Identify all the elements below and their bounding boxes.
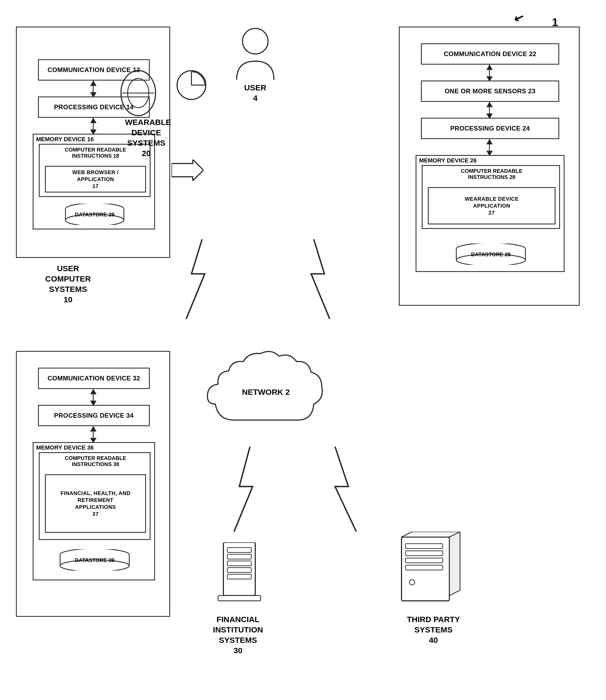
svg-text:NETWORK 2: NETWORK 2 xyxy=(242,388,290,396)
network-cloud: NETWORK 2 xyxy=(202,346,330,448)
wearable-app-27-box: WEARABLE DEVICEAPPLICATION27 xyxy=(428,187,556,225)
processing-device-34-label: PROCESSING DEVICE 34 xyxy=(54,411,134,420)
third-party-server xyxy=(396,532,465,612)
fig-arrow: ↗ xyxy=(512,10,526,27)
svg-marker-38 xyxy=(171,160,204,181)
processing-device-34-box: PROCESSING DEVICE 34 xyxy=(38,405,150,426)
user-label: USER 4 xyxy=(237,83,274,103)
third-party-systems-label: THIRD PARTYSYSTEMS 40 xyxy=(394,614,473,645)
svg-text:DATASTORE 39: DATASTORE 39 xyxy=(75,557,115,563)
cri-28-label: COMPUTER READABLEINSTRUCTIONS 28 xyxy=(425,168,558,180)
processing-device-24-label: PROCESSING DEVICE 24 xyxy=(450,124,530,133)
memory-device-26-label: MEMORY DEVICE 26 xyxy=(419,157,476,164)
web-browser-17-label: WEB BROWSER /APPLICATION17 xyxy=(72,169,119,190)
arrow-ucs-to-wds xyxy=(171,160,204,182)
diagram: 1 ↗ COMMUNICATION DEVICE 12 PROCESSING D… xyxy=(0,0,606,700)
fin-app-37-label: FINANCIAL, HEALTH, ANDRETIREMENTAPPLICAT… xyxy=(60,490,130,517)
arrow-w3-up xyxy=(486,139,493,144)
bolt-ucs-network xyxy=(170,239,224,320)
financial-institution-server xyxy=(213,542,266,612)
wearable-device-icon xyxy=(117,69,160,118)
bolt-wds-network xyxy=(293,239,346,320)
comm-device-22-box: COMMUNICATION DEVICE 22 xyxy=(421,43,559,65)
sensors-23-label: ONE OR MORE SENSORS 23 xyxy=(445,87,536,95)
financial-institution-label: FINANCIALINSTITUTIONSYSTEMS 30 xyxy=(197,614,279,656)
datastore-29-ucs: DATASTORE 29 xyxy=(60,204,129,226)
sensors-23-box: ONE OR MORE SENSORS 23 xyxy=(421,80,559,102)
memory-device-36-outer: MEMORY DEVICE 36 COMPUTER READABLEINSTRU… xyxy=(33,442,155,580)
comm-device-32-label: COMMUNICATION DEVICE 32 xyxy=(48,374,140,382)
bolt-network-tp xyxy=(314,447,383,533)
svg-marker-32 xyxy=(401,532,460,537)
svg-marker-31 xyxy=(449,532,460,596)
wearable-clock-icon xyxy=(176,69,207,102)
user-icon xyxy=(234,27,277,81)
memory-device-36-label: MEMORY DEVICE 36 xyxy=(36,444,94,451)
fin-app-37-box: FINANCIAL, HEALTH, ANDRETIREMENTAPPLICAT… xyxy=(45,474,146,533)
svg-text:DATASTORE 29: DATASTORE 29 xyxy=(471,252,511,257)
cri-28-outer: COMPUTER READABLEINSTRUCTIONS 28 WEARABL… xyxy=(422,165,560,229)
arrow-head-2u xyxy=(90,118,96,123)
svg-rect-29 xyxy=(218,596,261,601)
svg-rect-30 xyxy=(401,537,449,601)
bolt-network-fi xyxy=(218,447,271,533)
svg-rect-23 xyxy=(224,542,255,596)
financial-institution-box: COMMUNICATION DEVICE 32 PROCESSING DEVIC… xyxy=(16,351,170,617)
user-computer-systems-label: USERCOMPUTERSYSTEMS 10 xyxy=(45,263,91,305)
web-browser-17-box: WEB BROWSER /APPLICATION17 xyxy=(45,166,146,192)
wearable-app-27-label: WEARABLE DEVICEAPPLICATION27 xyxy=(465,195,518,216)
datastore-29-wds: DATASTORE 29 xyxy=(451,243,531,266)
comm-device-22-label: COMMUNICATION DEVICE 22 xyxy=(444,50,536,58)
wearable-device-systems-label: WEARABLEDEVICESYSTEMS 20 xyxy=(125,117,167,159)
arrow-w2-up xyxy=(486,102,493,107)
svg-text:DATASTORE 29: DATASTORE 29 xyxy=(75,212,115,217)
svg-point-6 xyxy=(242,28,268,54)
wearable-device-system-box: COMMUNICATION DEVICE 22 ONE OR MORE SENS… xyxy=(399,27,580,306)
cri-38-outer: COMPUTER READABLEINSTRUCTIONS 38 FINANCI… xyxy=(39,452,150,540)
arrow-w1-up xyxy=(486,65,493,70)
memory-device-26-outer: MEMORY DEVICE 26 COMPUTER READABLEINSTRU… xyxy=(416,155,564,272)
memory-device-16-label: MEMORY DEVICE 16 xyxy=(36,136,94,143)
processing-device-24-box: PROCESSING DEVICE 24 xyxy=(421,118,559,139)
arrow-f2-up xyxy=(90,426,96,431)
arrow-f1-up xyxy=(90,389,96,394)
datastore-39: DATASTORE 39 xyxy=(55,549,135,571)
arrow-head-1u xyxy=(90,80,96,86)
cri-38-label: COMPUTER READABLEINSTRUCTIONS 38 xyxy=(42,455,149,467)
comm-device-32-box: COMMUNICATION DEVICE 32 xyxy=(38,368,150,389)
